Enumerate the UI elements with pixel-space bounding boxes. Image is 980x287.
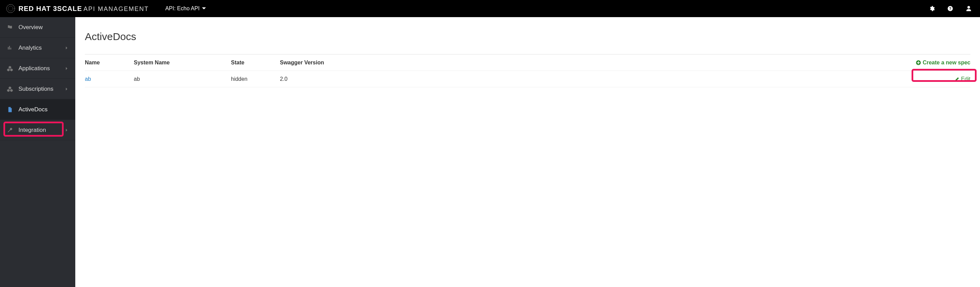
brand-area: RED HAT 3SCALEAPI MANAGEMENT <box>6 4 149 13</box>
sidebar-item-label: ActiveDocs <box>19 106 48 113</box>
svg-point-0 <box>6 5 15 13</box>
edit-link-label: Edit <box>961 76 970 82</box>
column-header-name: Name <box>85 60 134 66</box>
sidebar-item-analytics[interactable]: Analytics <box>0 38 75 58</box>
sidebar-item-label: Analytics <box>19 45 42 51</box>
page-title: ActiveDocs <box>85 31 970 43</box>
column-header-system-name: System Name <box>134 60 231 66</box>
sidebar-nav: Overview Analytics Applications Subscrip… <box>0 17 75 287</box>
doc-name-link[interactable]: ab <box>85 76 134 82</box>
edit-doc-button[interactable]: Edit <box>955 76 970 82</box>
table-row: ab ab hidden 2.0 Edit <box>85 71 970 87</box>
api-selector-dropdown[interactable]: API: Echo API <box>165 5 207 12</box>
chevron-down-icon <box>202 6 206 11</box>
user-menu-button[interactable] <box>966 5 972 12</box>
pencil-icon <box>955 77 959 81</box>
create-new-spec-button[interactable]: Create a new spec <box>916 60 970 66</box>
chevron-right-icon <box>65 127 68 134</box>
brand-thin: API MANAGEMENT <box>83 5 149 12</box>
help-icon: ? <box>947 5 953 12</box>
redhat-logo-icon <box>6 4 15 13</box>
column-header-swagger: Swagger Version <box>280 60 348 66</box>
sidebar-item-label: Applications <box>19 65 50 72</box>
plus-circle-icon <box>916 60 921 65</box>
doc-state: hidden <box>231 76 280 82</box>
brand-text: RED HAT 3SCALEAPI MANAGEMENT <box>19 5 149 13</box>
column-header-state: State <box>231 60 280 66</box>
flag-icon <box>7 24 19 30</box>
sidebar-item-applications[interactable]: Applications <box>0 58 75 79</box>
cubes-icon <box>7 86 19 92</box>
sidebar-item-label: Overview <box>19 24 43 31</box>
cubes-icon <box>7 65 19 72</box>
gear-icon <box>929 5 935 12</box>
chevron-right-icon <box>65 65 68 72</box>
user-icon <box>966 5 972 12</box>
api-selector-label: API: Echo API <box>165 5 200 12</box>
document-icon <box>7 107 19 113</box>
svg-point-1 <box>8 6 13 11</box>
sidebar-item-activedocs[interactable]: ActiveDocs <box>0 99 75 120</box>
settings-button[interactable] <box>929 5 935 12</box>
app-header: RED HAT 3SCALEAPI MANAGEMENT API: Echo A… <box>0 0 980 17</box>
svg-text:?: ? <box>949 6 951 11</box>
wrench-icon <box>7 127 19 133</box>
sidebar-item-label: Subscriptions <box>19 86 53 92</box>
sidebar-item-overview[interactable]: Overview <box>0 17 75 38</box>
chevron-right-icon <box>65 45 68 51</box>
chart-icon <box>7 45 19 51</box>
help-button[interactable]: ? <box>947 5 953 12</box>
create-link-label: Create a new spec <box>923 60 970 66</box>
sidebar-item-label: Integration <box>19 127 46 134</box>
brand-bold: RED HAT 3SCALE <box>19 5 82 12</box>
chevron-right-icon <box>65 86 68 92</box>
sidebar-item-subscriptions[interactable]: Subscriptions <box>0 79 75 99</box>
header-icon-group: ? <box>929 5 972 12</box>
sidebar-item-integration[interactable]: Integration <box>0 120 75 140</box>
doc-swagger-version: 2.0 <box>280 76 348 82</box>
activedocs-table: Name System Name State Swagger Version C… <box>85 54 970 87</box>
table-header-row: Name System Name State Swagger Version C… <box>85 54 970 71</box>
main-content: ActiveDocs Name System Name State Swagge… <box>75 17 980 287</box>
doc-system-name: ab <box>134 76 231 82</box>
